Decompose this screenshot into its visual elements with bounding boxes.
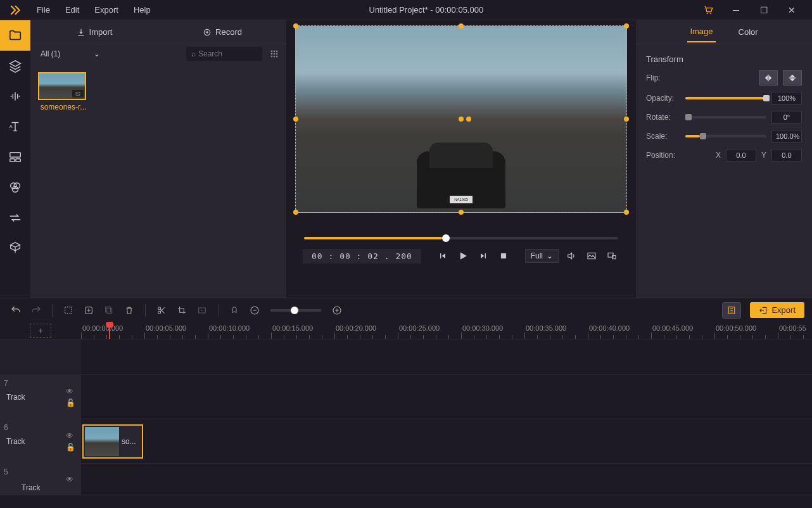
preview-panel: NA1963 00 : 00 : 02 . 200 <box>286 20 636 298</box>
svg-rect-32 <box>106 307 111 312</box>
flip-horizontal-button[interactable] <box>759 70 778 86</box>
snap-button[interactable] <box>722 302 741 319</box>
play-button[interactable] <box>455 248 471 264</box>
split-icon[interactable] <box>153 302 170 319</box>
scale-slider[interactable] <box>685 135 766 137</box>
export-button[interactable]: Export <box>750 302 804 318</box>
svg-point-1 <box>710 13 711 14</box>
handle-tc[interactable] <box>459 23 464 29</box>
fullscreen-button[interactable] <box>604 248 619 264</box>
cart-icon[interactable] <box>695 1 721 20</box>
visibility-icon[interactable]: 👁 <box>66 431 75 440</box>
track-lane-5[interactable] <box>81 464 812 495</box>
menu-bar: File Edit Export Help <box>30 1 157 18</box>
opacity-slider[interactable] <box>685 97 766 99</box>
nav-transitions-icon[interactable] <box>0 203 30 233</box>
minimize-button[interactable]: ─ <box>723 1 749 20</box>
menu-help[interactable]: Help <box>127 1 157 18</box>
maximize-button[interactable]: ☐ <box>751 1 777 20</box>
library-filter-select[interactable]: All (1) ⌄ <box>35 47 105 61</box>
opacity-value[interactable]: 100% <box>771 92 802 105</box>
handle-bc[interactable] <box>459 210 464 215</box>
preview-canvas[interactable]: NA1963 <box>295 25 627 213</box>
handle-center[interactable] <box>459 117 464 122</box>
svg-rect-17 <box>271 56 272 57</box>
track-head-7[interactable]: 7 Track 👁 🔓 <box>0 375 81 419</box>
grid-view-icon[interactable] <box>267 47 281 61</box>
menu-export[interactable]: Export <box>88 1 125 18</box>
handle-center2[interactable] <box>466 117 471 122</box>
rotate-slider[interactable] <box>685 116 766 118</box>
undo-button[interactable] <box>8 302 24 319</box>
volume-button[interactable] <box>564 248 579 264</box>
svg-rect-16 <box>276 53 277 54</box>
nav-media-icon[interactable] <box>0 20 30 51</box>
track-head-6[interactable]: 6 Track 👁 🔓 <box>0 419 81 463</box>
stop-button[interactable] <box>496 248 511 264</box>
handle-lc[interactable] <box>293 117 298 122</box>
zoom-knob[interactable] <box>291 307 298 314</box>
menu-edit[interactable]: Edit <box>59 1 86 18</box>
handle-tr[interactable] <box>624 23 629 29</box>
nav-text-icon[interactable]: A <box>0 111 30 142</box>
copy-icon[interactable] <box>101 302 117 319</box>
tab-color[interactable]: Color <box>736 22 761 42</box>
zoom-out-icon[interactable] <box>246 302 263 319</box>
tab-image[interactable]: Image <box>687 22 715 42</box>
nav-layers-icon[interactable] <box>0 51 30 81</box>
scale-value[interactable]: 100.0% <box>771 130 802 143</box>
visibility-icon[interactable]: 👁 <box>66 387 75 396</box>
zoom-slider[interactable] <box>270 309 321 312</box>
nav-overlay-icon[interactable] <box>0 142 30 172</box>
svg-point-10 <box>206 31 208 34</box>
seek-knob[interactable] <box>442 234 450 242</box>
preview-size-select[interactable]: Full ⌄ <box>525 249 559 263</box>
track-head-5[interactable]: 5 Track 👁 <box>0 464 81 495</box>
lock-icon[interactable]: 🔓 <box>66 443 75 452</box>
handle-br[interactable] <box>624 210 629 215</box>
zoom-in-icon[interactable] <box>329 302 345 319</box>
crop-icon[interactable] <box>174 302 190 319</box>
media-clip-item[interactable]: someones-r... <box>38 72 89 111</box>
playhead[interactable] <box>109 322 110 339</box>
ruler-mark: 00:00:55 <box>779 324 806 332</box>
flip-vertical-button[interactable] <box>783 70 802 86</box>
position-y-value[interactable]: 0.0 <box>771 149 802 162</box>
flip-label: Flip: <box>646 73 680 82</box>
next-frame-button[interactable] <box>476 248 491 264</box>
add-marker-icon[interactable] <box>80 302 97 319</box>
preview-seek-bar[interactable] <box>304 237 618 239</box>
rotate-value[interactable]: 0° <box>771 111 802 124</box>
lock-icon[interactable]: 🔓 <box>66 398 75 407</box>
track-number: 6 <box>4 423 8 432</box>
speed-icon[interactable] <box>194 302 210 319</box>
track-lane-6[interactable]: so... <box>81 419 812 463</box>
chevron-down-icon: ⌄ <box>94 49 100 58</box>
marker-icon[interactable] <box>226 302 243 319</box>
svg-rect-28 <box>789 77 796 78</box>
add-track-button[interactable]: + <box>30 324 51 338</box>
handle-bl[interactable] <box>293 210 298 215</box>
menu-file[interactable]: File <box>30 1 56 18</box>
handle-rc[interactable] <box>624 117 629 122</box>
delete-icon[interactable] <box>121 302 137 319</box>
clip-thumbnail <box>85 427 119 456</box>
select-mode-icon[interactable] <box>60 302 77 319</box>
redo-button[interactable] <box>28 302 44 319</box>
library-search[interactable]: ⌕ <box>186 47 262 61</box>
tab-import[interactable]: Import <box>30 20 158 44</box>
track-lane-7[interactable] <box>81 375 812 419</box>
nav-elements-icon[interactable] <box>0 233 30 264</box>
timeline-clip[interactable]: so... <box>82 424 143 459</box>
tab-record[interactable]: Record <box>158 20 286 44</box>
visibility-icon[interactable]: 👁 <box>66 475 75 484</box>
position-x-value[interactable]: 0.0 <box>726 149 756 162</box>
handle-tl[interactable] <box>293 23 298 29</box>
ruler-marks[interactable]: 00:00:00.00000:00:05.00000:00:10.00000:0… <box>81 322 812 339</box>
library-search-input[interactable] <box>198 49 257 58</box>
close-button[interactable]: ✕ <box>779 1 804 20</box>
nav-audio-icon[interactable] <box>0 81 30 111</box>
snapshot-button[interactable] <box>584 248 599 264</box>
prev-frame-button[interactable] <box>435 248 450 264</box>
nav-effects-icon[interactable] <box>0 172 30 203</box>
